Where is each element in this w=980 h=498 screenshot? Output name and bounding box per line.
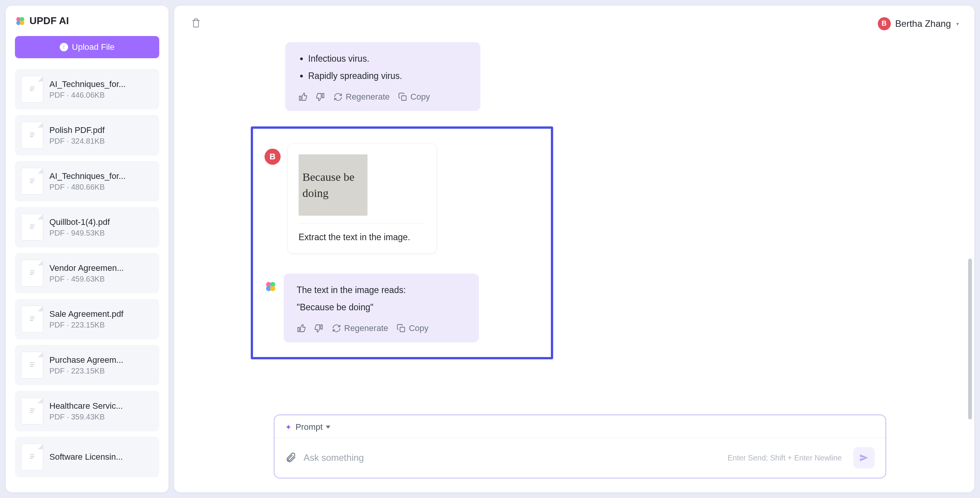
user-menu[interactable]: B Bertha Zhang ▾ [878,17,959,30]
copy-button[interactable]: Copy [397,323,428,333]
svg-rect-4 [402,96,406,100]
upload-button-label: Upload File [72,42,114,52]
refresh-icon [333,92,343,102]
send-icon [859,452,869,463]
svg-rect-9 [400,327,405,332]
file-info: Quillbot-1(4).pdfPDF · 949.53KB [49,217,153,238]
svg-point-3 [20,20,24,25]
highlighted-exchange: B Because be doing Extract the text in t… [251,126,553,359]
regenerate-button[interactable]: Regenerate [332,323,388,333]
regenerate-button[interactable]: Regenerate [333,92,390,102]
divider [299,223,426,224]
chat-area: Infectious virus. Rapidly spreading viru… [174,34,974,414]
file-meta: PDF · 223.15KB [49,367,153,375]
updf-logo-icon [265,280,277,293]
file-meta: PDF · 223.15KB [49,321,153,329]
delete-button[interactable] [189,16,203,31]
file-name: AI_Techniques_for... [49,171,153,181]
file-list: AI_Techniques_for...PDF · 446.06KBPolish… [15,69,159,483]
thumbs-down-icon [316,92,325,102]
chevron-down-icon [326,426,330,429]
ai-message: Infectious virus. Rapidly spreading viru… [285,42,480,111]
input-hint: Enter Send; Shift + Enter Newline [728,454,842,462]
file-info: AI_Techniques_for...PDF · 480.66KB [49,171,153,192]
file-meta: PDF · 949.53KB [49,229,153,238]
user-message-row: B Because be doing Extract the text in t… [265,143,536,254]
file-name: Polish PDF.pdf [49,125,153,135]
ai-message-row: The text in the image reads: "Because be… [265,274,536,342]
file-item[interactable]: Software Licensin... [15,437,159,477]
copy-icon [397,324,406,333]
copy-label: Copy [409,323,428,333]
send-button[interactable] [853,447,875,469]
file-item[interactable]: Healthcare Servic...PDF · 359.43KB [15,391,159,431]
thumbs-down-button[interactable] [314,324,323,333]
copy-button[interactable]: Copy [398,92,430,102]
attached-image[interactable]: Because be doing [299,154,368,216]
ai-bullet: Rapidly spreading virus. [308,71,467,81]
file-meta: PDF · 324.81KB [49,137,153,146]
document-icon [21,444,43,470]
prompt-input[interactable] [304,452,721,463]
document-icon [21,352,43,378]
file-name: Software Licensin... [49,452,153,462]
user-message-card: Because be doing Extract the text in the… [287,143,437,254]
ai-text-line: The text in the image reads: [297,285,466,295]
sidebar: UPDF AI ↑ Upload File AI_Techniques_for.… [6,6,168,492]
document-icon [21,260,43,287]
prompt-bar: ✦ Prompt Enter Send; Shift + Enter Newli… [274,414,886,478]
file-item[interactable]: Quillbot-1(4).pdfPDF · 949.53KB [15,207,159,247]
copy-icon [398,92,407,102]
user-avatar: B [265,149,281,165]
file-info: Healthcare Servic...PDF · 359.43KB [49,401,153,421]
file-item[interactable]: AI_Techniques_for...PDF · 446.06KB [15,69,159,110]
refresh-icon [332,324,341,333]
document-icon [21,306,43,333]
chevron-down-icon: ▾ [956,21,959,27]
user-prompt-text: Extract the text in the image. [299,232,426,242]
file-name: Sale Agreement.pdf [49,309,153,319]
document-icon [21,168,43,195]
file-name: Vendor Agreemen... [49,263,153,273]
thumbs-down-icon [314,324,323,333]
file-name: Quillbot-1(4).pdf [49,217,153,227]
prompt-top-row: ✦ Prompt [274,415,885,438]
document-icon [21,122,43,149]
file-item[interactable]: Vendor Agreemen...PDF · 459.63KB [15,253,159,293]
file-item[interactable]: AI_Techniques_for...PDF · 480.66KB [15,161,159,201]
ai-text-line: "Because be doing" [297,302,466,313]
document-icon [21,76,43,103]
user-name-label: Bertha Zhang [895,18,951,29]
file-info: Software Licensin... [49,452,153,462]
file-item[interactable]: Sale Agreement.pdfPDF · 223.15KB [15,299,159,339]
prompt-input-row: Enter Send; Shift + Enter Newline [274,438,885,478]
file-info: Vendor Agreemen...PDF · 459.63KB [49,263,153,283]
file-info: Sale Agreement.pdfPDF · 223.15KB [49,309,153,329]
sparkle-icon: ✦ [285,423,292,432]
prompt-dropdown[interactable]: Prompt [296,422,330,432]
trash-icon [191,18,201,28]
thumbs-up-icon [298,92,307,102]
regenerate-label: Regenerate [346,92,390,102]
file-meta: PDF · 480.66KB [49,183,153,192]
upload-file-button[interactable]: ↑ Upload File [15,36,159,58]
file-meta: PDF · 359.43KB [49,413,153,421]
file-info: Purchase Agreem...PDF · 223.15KB [49,355,153,375]
main-panel: B Bertha Zhang ▾ Infectious virus. Rapid… [174,6,974,492]
file-item[interactable]: Purchase Agreem...PDF · 223.15KB [15,345,159,385]
thumbs-up-button[interactable] [298,92,307,102]
scrollbar-thumb[interactable] [968,259,972,419]
file-meta: PDF · 459.63KB [49,275,153,283]
document-icon [21,214,43,241]
attach-button[interactable] [285,452,297,464]
thumbs-down-button[interactable] [316,92,325,102]
image-handwriting-text: Because be doing [302,169,364,201]
thumbs-up-button[interactable] [297,324,306,333]
app-title: UPDF AI [29,15,69,27]
document-icon [21,398,43,424]
upload-icon: ↑ [60,43,68,51]
file-item[interactable]: Polish PDF.pdfPDF · 324.81KB [15,115,159,156]
file-name: Healthcare Servic... [49,401,153,411]
file-name: AI_Techniques_for... [49,79,153,89]
message-actions: Regenerate Copy [297,323,466,333]
